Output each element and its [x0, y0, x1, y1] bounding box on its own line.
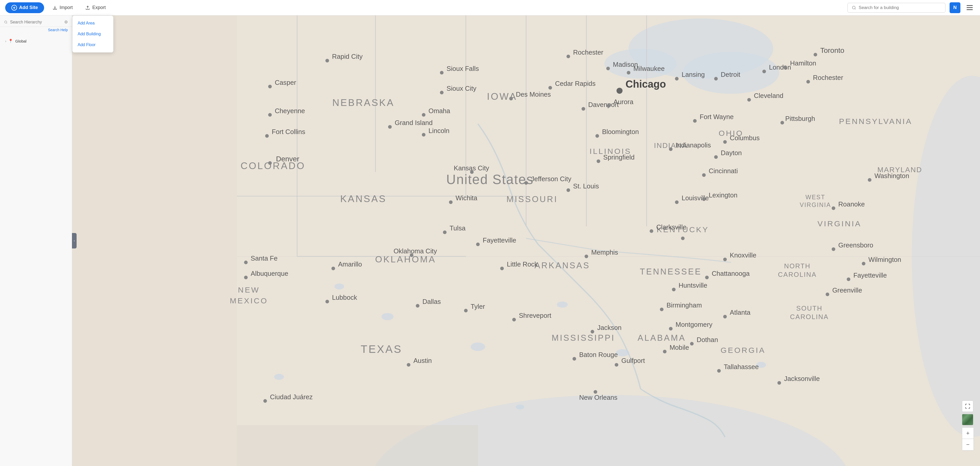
svg-text:Dayton: Dayton — [721, 149, 742, 157]
svg-text:Tyler: Tyler — [471, 303, 485, 310]
svg-point-104 — [814, 53, 817, 57]
map-area[interactable]: NEBRASKA KANSAS COLORADO OKLAHOMA TEXAS … — [72, 16, 980, 466]
svg-text:Jacksonville: Jacksonville — [784, 375, 819, 382]
svg-text:Grand Island: Grand Island — [395, 119, 433, 126]
svg-point-69 — [416, 304, 419, 307]
svg-point-59 — [617, 88, 622, 94]
collapse-arrow-icon: ‹ — [74, 239, 75, 243]
map-svg: NEBRASKA KANSAS COLORADO OKLAHOMA TEXAS … — [72, 16, 980, 466]
svg-point-178 — [762, 70, 766, 73]
svg-point-77 — [627, 71, 630, 74]
svg-point-29 — [516, 405, 524, 409]
map-controls: + − — [962, 401, 974, 450]
tree-item-global[interactable]: › 📍 Global — [4, 37, 68, 45]
hamburger-button[interactable] — [964, 3, 975, 12]
search-help-label: Search Help — [48, 28, 68, 32]
search-building-input[interactable] — [859, 5, 941, 10]
svg-text:Baton Rouge: Baton Rouge — [579, 351, 618, 358]
svg-point-196 — [868, 178, 872, 182]
sidebar-tree: › 📍 Global — [0, 34, 72, 48]
svg-point-0 — [852, 6, 855, 9]
svg-point-106 — [675, 77, 679, 81]
import-button[interactable]: Import — [48, 3, 77, 13]
svg-line-1 — [855, 8, 856, 9]
svg-point-122 — [512, 318, 516, 322]
svg-text:Dallas: Dallas — [422, 298, 441, 305]
svg-text:Jackson: Jackson — [597, 324, 622, 331]
svg-text:Wichita: Wichita — [456, 194, 477, 201]
search-help-link[interactable]: Search Help — [0, 27, 72, 34]
map-container[interactable]: NEBRASKA KANSAS COLORADO OKLAHOMA TEXAS … — [72, 16, 980, 466]
svg-text:ARKANSAS: ARKANSAS — [535, 261, 590, 270]
svg-text:Lincoln: Lincoln — [428, 127, 449, 134]
svg-point-26 — [557, 301, 568, 307]
svg-point-132 — [690, 342, 694, 346]
add-site-dropdown: Add Area Add Building Add Floor — [72, 16, 113, 52]
chevron-right-icon: › — [5, 39, 6, 43]
svg-point-130 — [615, 363, 619, 366]
svg-text:Rochester: Rochester — [573, 49, 603, 56]
north-button[interactable]: N — [950, 2, 960, 13]
export-label: Export — [92, 5, 106, 10]
svg-text:Atlanta: Atlanta — [730, 309, 751, 316]
svg-point-23 — [334, 284, 344, 290]
zoom-out-button[interactable]: − — [962, 439, 974, 450]
filter-icon[interactable]: ⚙ — [64, 20, 68, 24]
plus-icon: + — [11, 5, 17, 11]
svg-text:Columbus: Columbus — [730, 134, 760, 141]
svg-text:Casper: Casper — [275, 79, 296, 86]
sidebar-search-input[interactable] — [10, 20, 62, 24]
svg-text:St. Louis: St. Louis — [573, 182, 599, 190]
svg-text:Washington: Washington — [875, 172, 909, 179]
svg-point-134 — [777, 381, 781, 385]
zoom-in-button[interactable]: + — [962, 428, 974, 439]
svg-point-81 — [548, 86, 552, 89]
svg-point-152 — [326, 300, 329, 303]
svg-text:Des Moines: Des Moines — [516, 91, 551, 98]
export-button[interactable]: Export — [81, 3, 110, 13]
svg-point-100 — [714, 77, 718, 81]
sidebar-collapse-handle[interactable]: ‹ — [72, 233, 76, 249]
svg-point-89 — [681, 236, 685, 240]
svg-text:London: London — [769, 63, 791, 71]
svg-point-148 — [440, 71, 444, 74]
fullscreen-button[interactable] — [962, 401, 973, 412]
svg-text:Cedar Rapids: Cedar Rapids — [555, 80, 595, 87]
svg-point-164 — [606, 67, 610, 70]
dropdown-item-add-area[interactable]: Add Area — [72, 18, 113, 29]
svg-point-102 — [748, 98, 751, 101]
svg-text:NEBRASKA: NEBRASKA — [332, 97, 395, 108]
svg-point-28 — [274, 374, 284, 380]
svg-point-65 — [422, 113, 426, 117]
svg-point-200 — [440, 91, 444, 94]
svg-point-85 — [723, 140, 727, 144]
toolbar: + Add Site Import Export N — [0, 0, 980, 16]
svg-text:New Orleans: New Orleans — [579, 394, 617, 401]
add-site-button[interactable]: + Add Site — [5, 2, 44, 13]
search-building-container — [848, 3, 945, 13]
svg-text:Huntsville: Huntsville — [679, 282, 707, 289]
zoom-controls: + − — [962, 427, 974, 450]
svg-text:MISSOURI: MISSOURI — [506, 194, 558, 204]
svg-text:Amarillo: Amarillo — [338, 261, 362, 268]
svg-text:Birmingham: Birmingham — [667, 301, 702, 309]
dropdown-item-add-building[interactable]: Add Building — [72, 29, 113, 40]
svg-point-140 — [244, 261, 248, 264]
svg-text:CAROLINA: CAROLINA — [778, 271, 817, 278]
svg-point-118 — [669, 327, 673, 330]
dropdown-item-add-floor[interactable]: Add Floor — [72, 40, 113, 50]
svg-point-202 — [422, 133, 426, 136]
svg-text:Albuquerque: Albuquerque — [251, 270, 288, 277]
svg-rect-31 — [237, 425, 478, 466]
svg-point-67 — [566, 189, 570, 192]
svg-text:Fayetteville: Fayetteville — [853, 272, 887, 279]
svg-point-146 — [326, 59, 329, 62]
svg-point-176 — [807, 80, 810, 84]
satellite-view-button[interactable] — [962, 414, 973, 425]
svg-text:Sioux Falls: Sioux Falls — [447, 65, 479, 72]
svg-text:Wilmington: Wilmington — [868, 256, 901, 263]
svg-text:Fort Wayne: Fort Wayne — [700, 113, 734, 120]
svg-text:Cheyenne: Cheyenne — [275, 107, 305, 114]
svg-point-94 — [476, 243, 480, 246]
svg-text:Lubbock: Lubbock — [332, 294, 357, 301]
